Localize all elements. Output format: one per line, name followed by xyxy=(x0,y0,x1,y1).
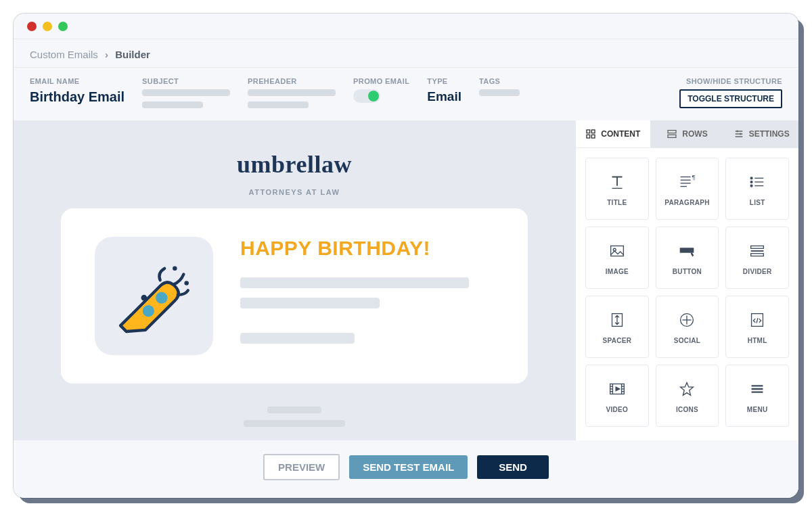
block-title[interactable]: TITLE xyxy=(585,158,649,220)
promo-email-field: PROMO EMAIL xyxy=(353,77,409,103)
block-list[interactable]: LIST xyxy=(725,158,789,220)
block-icons[interactable]: ICONS xyxy=(656,365,719,427)
promo-email-toggle[interactable] xyxy=(353,89,380,103)
action-bar: PREVIEW SEND TEST EMAIL SEND xyxy=(14,440,798,498)
block-video-label: VIDEO xyxy=(606,406,629,413)
block-spacer-label: SPACER xyxy=(602,337,631,344)
svg-rect-15 xyxy=(740,133,741,135)
social-icon xyxy=(677,310,697,330)
svg-rect-14 xyxy=(736,131,738,133)
type-label: TYPE xyxy=(427,77,461,85)
star-icon xyxy=(677,379,697,399)
svg-rect-7 xyxy=(587,135,590,138)
email-canvas[interactable]: umbrellaw ATTORNEYS AT LAW xyxy=(14,120,575,440)
tab-settings[interactable]: SETTINGS xyxy=(724,120,798,147)
subject-field[interactable]: SUBJECT xyxy=(142,77,230,108)
brand-tagline: ATTORNEYS AT LAW xyxy=(61,188,528,196)
svg-text:¶: ¶ xyxy=(692,174,696,181)
svg-point-2 xyxy=(141,294,147,300)
svg-rect-5 xyxy=(587,130,590,133)
side-panel: CONTENT ROWS SETTINGS TITLE ¶ xyxy=(575,120,798,440)
content-blocks-grid: TITLE ¶ PARAGRAPH LIST IMAGE BUTTON xyxy=(576,148,798,436)
preheader-placeholder xyxy=(248,89,336,108)
email-name-label: EMAIL NAME xyxy=(30,77,125,85)
send-button[interactable]: SEND xyxy=(477,455,549,479)
send-test-button[interactable]: SEND TEST EMAIL xyxy=(349,455,468,479)
type-value: Email xyxy=(427,89,461,104)
workspace: umbrellaw ATTORNEYS AT LAW xyxy=(14,120,798,440)
svg-rect-28 xyxy=(610,246,623,256)
block-paragraph[interactable]: ¶ PARAGRAPH xyxy=(656,158,719,220)
block-divider-label: DIVIDER xyxy=(743,268,772,275)
tab-rows[interactable]: ROWS xyxy=(650,120,725,147)
block-spacer[interactable]: SPACER xyxy=(585,296,649,358)
block-divider[interactable]: DIVIDER xyxy=(725,227,789,289)
block-button-label: BUTTON xyxy=(673,268,702,275)
window-minimize-icon[interactable] xyxy=(43,22,52,31)
body-line-placeholder xyxy=(240,333,355,344)
preheader-field[interactable]: PREHEADER xyxy=(248,77,336,108)
svg-point-22 xyxy=(750,177,752,179)
block-image-label: IMAGE xyxy=(606,268,629,275)
spacer-icon xyxy=(607,310,627,330)
breadcrumb-current: Builder xyxy=(115,49,150,60)
divider-icon xyxy=(747,241,767,261)
structure-label: SHOW/HIDE STRUCTURE xyxy=(686,77,782,85)
svg-rect-9 xyxy=(668,131,676,133)
window-maximize-icon[interactable] xyxy=(58,22,68,31)
menu-icon xyxy=(747,379,767,399)
sliders-icon xyxy=(734,129,744,139)
tab-content-label: CONTENT xyxy=(601,129,640,139)
structure-toggle-field: SHOW/HIDE STRUCTURE TOGGLE STRUCTURE xyxy=(679,77,782,108)
block-image[interactable]: IMAGE xyxy=(585,227,649,289)
svg-rect-6 xyxy=(592,130,595,133)
preheader-label: PREHEADER xyxy=(248,77,336,85)
block-icons-label: ICONS xyxy=(676,406,698,413)
block-html[interactable]: HTML xyxy=(725,296,789,358)
window-close-icon[interactable] xyxy=(27,22,37,31)
block-video[interactable]: VIDEO xyxy=(585,365,649,427)
svg-rect-30 xyxy=(680,248,694,253)
list-icon xyxy=(747,172,767,192)
side-panel-tabs: CONTENT ROWS SETTINGS xyxy=(576,120,798,148)
tags-label: TAGS xyxy=(479,77,520,85)
block-menu-label: MENU xyxy=(747,406,768,413)
party-popper-icon xyxy=(95,237,213,355)
tab-content[interactable]: CONTENT xyxy=(576,120,650,147)
tab-settings-label: SETTINGS xyxy=(749,129,790,139)
tags-field[interactable]: TAGS xyxy=(479,77,520,96)
email-name-field: EMAIL NAME Birthday Email xyxy=(30,77,125,105)
email-footer-placeholder xyxy=(61,407,528,427)
type-field: TYPE Email xyxy=(427,77,461,104)
toggle-structure-button[interactable]: TOGGLE STRUCTURE xyxy=(679,89,782,108)
promo-email-label: PROMO EMAIL xyxy=(353,77,409,85)
block-social-label: SOCIAL xyxy=(674,337,701,344)
subject-placeholder xyxy=(142,89,230,108)
svg-point-4 xyxy=(184,281,189,285)
rows-icon xyxy=(667,129,677,139)
block-html-label: HTML xyxy=(748,337,767,344)
email-name-value[interactable]: Birthday Email xyxy=(30,89,125,105)
breadcrumb-root[interactable]: Custom Emails xyxy=(30,49,98,60)
title-icon xyxy=(607,172,627,192)
block-button[interactable]: BUTTON xyxy=(656,227,719,289)
preview-button[interactable]: PREVIEW xyxy=(263,454,340,480)
svg-rect-33 xyxy=(751,253,764,256)
svg-point-0 xyxy=(142,305,154,317)
svg-point-26 xyxy=(750,185,752,187)
app-window: Custom Emails › Builder EMAIL NAME Birth… xyxy=(14,14,798,498)
block-social[interactable]: SOCIAL xyxy=(656,296,719,358)
body-line-placeholder xyxy=(240,277,469,288)
brand-logo: umbrellaw xyxy=(61,134,528,188)
block-menu[interactable]: MENU xyxy=(725,365,789,427)
svg-point-1 xyxy=(156,292,167,303)
image-icon xyxy=(607,241,627,261)
svg-point-24 xyxy=(750,181,752,183)
email-headline[interactable]: HAPPY BIRTHDAY! xyxy=(240,237,494,260)
video-icon xyxy=(607,379,627,399)
block-list-label: LIST xyxy=(750,199,765,206)
tab-rows-label: ROWS xyxy=(682,129,707,139)
body-line-placeholder xyxy=(240,298,380,308)
email-card[interactable]: HAPPY BIRTHDAY! xyxy=(61,208,528,384)
block-paragraph-label: PARAGRAPH xyxy=(664,199,709,206)
